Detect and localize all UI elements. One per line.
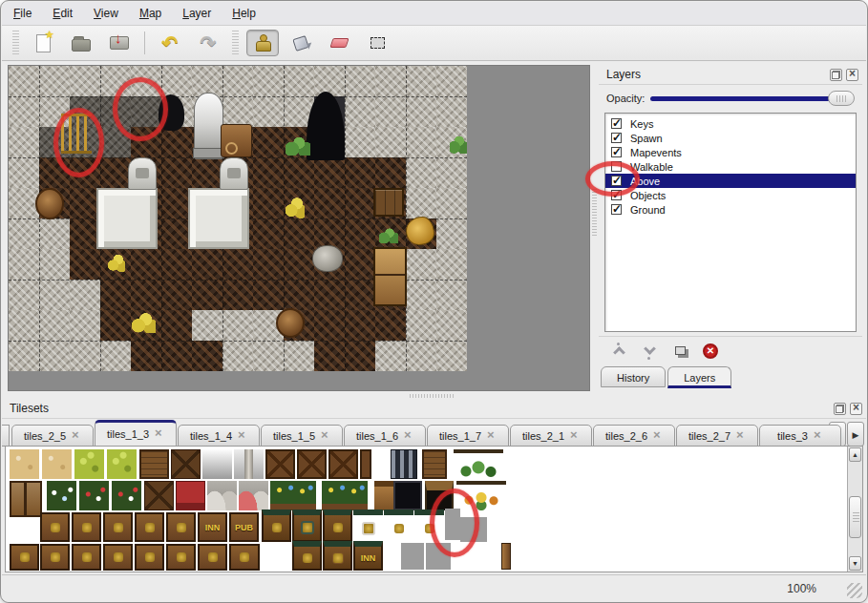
tileset-tile-hsign-shield[interactable] <box>353 509 383 542</box>
tileset-tile-hsign-horse2[interactable] <box>414 509 444 542</box>
tileset-tile-graygrad[interactable] <box>202 449 232 479</box>
tileset-tile-woodx[interactable] <box>171 449 201 479</box>
partial-tab[interactable] <box>2 425 10 447</box>
tileset-tile-sign-utensils[interactable] <box>10 544 39 571</box>
tileset-tab-tiles_3[interactable]: tiles_3 <box>759 425 841 447</box>
open-button[interactable] <box>65 30 97 56</box>
tileset-tile-planter[interactable] <box>270 481 316 510</box>
tileset-tile-hsign-pot[interactable] <box>292 541 322 571</box>
tileset-tile-hsign-blank[interactable] <box>262 509 291 542</box>
tileset-tile-gray[interactable] <box>460 517 487 542</box>
layer-checkbox[interactable] <box>611 147 622 157</box>
menu-help[interactable]: Help <box>232 7 256 20</box>
tileset-tile-bush[interactable] <box>107 449 137 479</box>
tileset-tile-darkwin[interactable] <box>393 481 422 510</box>
tileset-tile-sign-teapot[interactable] <box>166 512 196 542</box>
close-tab-icon[interactable] <box>814 431 823 441</box>
float-panel-icon[interactable] <box>830 69 842 81</box>
tileset-tile-planter[interactable] <box>322 481 368 510</box>
layer-row-keys[interactable]: Keys <box>605 116 856 131</box>
tileset-tab-tiles_1_7[interactable]: tiles_1_7 <box>427 425 509 447</box>
opacity-slider[interactable] <box>650 96 853 101</box>
tileset-tile-sign-hammer[interactable] <box>198 544 227 571</box>
tileset-tile-tableleg[interactable] <box>374 481 393 510</box>
close-tab-icon[interactable] <box>72 431 81 441</box>
tileset-tile-sign-staff[interactable] <box>72 544 101 571</box>
tileset-tile-sign-inn[interactable]: INN <box>198 512 227 542</box>
toolbar-grip[interactable] <box>12 31 19 55</box>
tileset-tile-gray[interactable] <box>426 543 451 570</box>
tileset-tile-sand[interactable] <box>10 449 39 479</box>
layer-row-walkable[interactable]: Walkable <box>605 159 856 174</box>
scroll-down-button[interactable]: ▼ <box>849 556 861 571</box>
tileset-image[interactable]: INNPUBINN <box>7 447 846 572</box>
tileset-tile-gray[interactable] <box>401 543 424 570</box>
resize-grip[interactable] <box>847 583 862 598</box>
scroll-up-button[interactable]: ▲ <box>849 447 861 462</box>
menu-map[interactable]: Map <box>139 7 161 20</box>
layer-row-ground[interactable]: Ground <box>605 202 856 217</box>
eraser-tool-button[interactable] <box>323 30 355 56</box>
tileset-tab-tiles_2_7[interactable]: tiles_2_7 <box>676 425 758 447</box>
close-tab-icon[interactable] <box>321 431 330 441</box>
tileset-tile-hsign-wheel[interactable] <box>292 509 322 542</box>
tileset-tile-flowersr[interactable] <box>79 481 109 510</box>
tileset-tile-redtable[interactable] <box>176 481 205 510</box>
layer-checkbox[interactable] <box>611 161 622 172</box>
tileset-tile-crate[interactable] <box>139 449 169 479</box>
new-file-button[interactable] <box>27 30 59 56</box>
map-canvas[interactable] <box>8 65 590 391</box>
tileset-tile-woodpost[interactable] <box>501 543 511 570</box>
layer-checkbox[interactable] <box>611 118 622 129</box>
close-tab-icon[interactable] <box>238 431 247 441</box>
tileset-tile-sign-dragon[interactable] <box>229 544 260 571</box>
close-tab-icon[interactable] <box>404 431 413 441</box>
undo-button[interactable]: ↶ <box>154 30 186 56</box>
layer-row-spawn[interactable]: Spawn <box>605 131 856 145</box>
tileset-tile-hsign-beer[interactable] <box>323 541 352 571</box>
tileset-tile-sign-pub[interactable]: PUB <box>229 512 259 542</box>
tileset-tile-hsign-sword[interactable] <box>323 509 352 542</box>
vertical-splitter[interactable] <box>591 65 598 391</box>
close-panel-icon[interactable] <box>850 403 862 415</box>
stamp-tool-button[interactable] <box>246 30 279 56</box>
layer-row-mapevents[interactable]: Mapevents <box>605 145 856 159</box>
tileset-tile-archgray[interactable] <box>207 481 237 510</box>
layer-checkbox[interactable] <box>611 190 622 200</box>
tab-history[interactable]: History <box>601 366 666 387</box>
tileset-tile-sign-pot[interactable] <box>135 512 164 542</box>
tileset-tab-tiles_2_1[interactable]: tiles_2_1 <box>510 425 592 447</box>
tileset-tile-sign-coin[interactable] <box>103 544 133 571</box>
tileset-tile-shutters[interactable] <box>10 481 42 517</box>
tileset-tile-hsign-horse[interactable] <box>384 509 413 542</box>
close-tab-icon[interactable] <box>736 431 746 441</box>
tileset-tile-crate[interactable] <box>422 449 447 479</box>
menu-view[interactable]: View <box>94 7 118 20</box>
select-tool-button[interactable] <box>361 30 393 56</box>
layer-row-above[interactable]: Above <box>605 174 856 188</box>
tileset-tile-sign-boots[interactable] <box>135 544 164 571</box>
menu-layer[interactable]: Layer <box>182 7 211 20</box>
tileset-tile-sign-rat[interactable] <box>103 512 133 542</box>
close-panel-icon[interactable] <box>846 69 858 81</box>
layer-checkbox[interactable] <box>611 204 622 215</box>
tileset-tile-graypost[interactable] <box>234 449 264 479</box>
tileset-tile-archred[interactable] <box>239 481 268 510</box>
tab-layers[interactable]: Layers <box>667 366 731 388</box>
tileset-tile-woodx[interactable] <box>144 481 174 510</box>
close-tab-icon[interactable] <box>487 431 497 441</box>
tileset-tile-flowersr[interactable] <box>112 481 141 510</box>
layer-checkbox[interactable] <box>611 176 622 186</box>
tileset-tab-tiles_2_6[interactable]: tiles_2_6 <box>593 425 675 447</box>
tileset-tile-beam[interactable] <box>297 449 327 479</box>
tileset-tile-beam[interactable] <box>328 449 358 479</box>
tileset-tile-sign-pentagram[interactable] <box>40 544 70 571</box>
toolbar-grip[interactable] <box>232 31 239 55</box>
float-panel-icon[interactable] <box>834 403 846 415</box>
layer-row-objects[interactable]: Objects <box>605 188 856 202</box>
tileset-tile-hsign-inn[interactable]: INN <box>353 541 383 571</box>
menu-file[interactable]: File <box>13 7 32 20</box>
save-button[interactable] <box>103 30 136 56</box>
close-tab-icon[interactable] <box>653 431 663 441</box>
tileset-tile-bush[interactable] <box>74 449 104 479</box>
